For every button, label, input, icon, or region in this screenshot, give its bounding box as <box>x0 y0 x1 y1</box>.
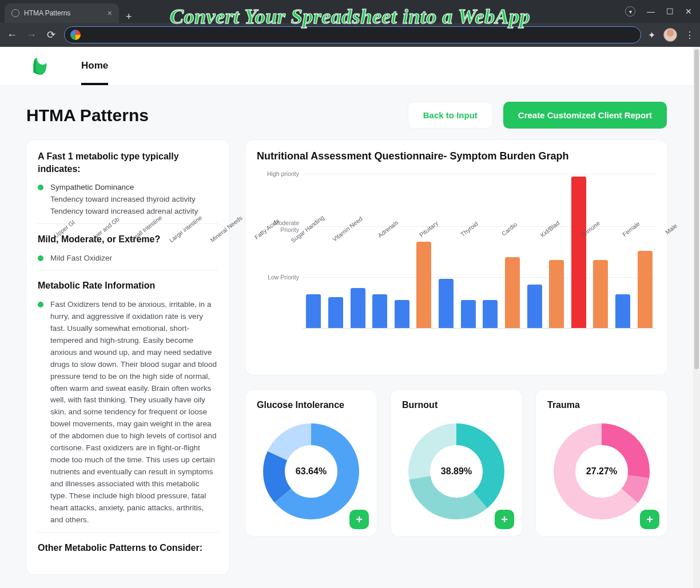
bar-pituitary <box>505 257 520 328</box>
section2-item: Mild Fast Oxidizer <box>50 253 112 265</box>
expand-button[interactable]: + <box>640 510 659 529</box>
donut-center-label: 63.64% <box>257 417 365 526</box>
close-window-icon[interactable]: ✕ <box>685 7 692 16</box>
bar-cardio <box>549 260 564 328</box>
bar-adrenals <box>483 300 498 328</box>
google-icon <box>70 30 81 40</box>
profile-avatar[interactable] <box>663 28 677 42</box>
extensions-icon[interactable]: ✦ <box>648 30 655 41</box>
close-tab-icon[interactable]: × <box>108 9 112 18</box>
back-icon[interactable]: ← <box>6 29 18 41</box>
new-tab-button[interactable]: + <box>119 11 139 23</box>
section3-body: Fast Oxidizers tend to be anxious, irrit… <box>50 299 218 526</box>
section1-heading: A Fast 1 metabolic type typically indica… <box>38 150 218 175</box>
x-axis-label: Male <box>653 214 689 244</box>
chevron-down-icon[interactable]: ▾ <box>625 6 635 17</box>
y-axis-label: High priority <box>257 170 299 177</box>
address-bar[interactable] <box>64 26 641 43</box>
donut-card-0: Glucose Intolerance63.64%+ <box>245 390 377 536</box>
bar-thyroid <box>527 285 542 328</box>
metabolic-info-card: A Fast 1 metabolic type typically indica… <box>26 140 229 574</box>
forward-icon[interactable]: → <box>25 29 38 41</box>
minimize-icon[interactable]: — <box>647 7 655 16</box>
donut-center-label: 38.89% <box>402 417 511 526</box>
reload-icon[interactable]: ⟳ <box>45 29 57 41</box>
section3-heading: Metabolic Rate Information <box>38 279 218 292</box>
vertical-scrollbar[interactable] <box>693 47 700 588</box>
app-logo[interactable] <box>29 54 53 78</box>
bar-vitamin-need <box>461 300 476 328</box>
bar-chart: Low PriorityModerate PriorityHigh priori… <box>257 168 656 328</box>
bullet-dot-icon <box>38 185 43 190</box>
app-header: Home <box>0 47 693 86</box>
expand-button[interactable]: + <box>349 510 369 529</box>
browser-tab[interactable]: HTMA Patterns × <box>5 3 119 23</box>
nav-home[interactable]: Home <box>81 47 108 85</box>
create-report-button[interactable]: Create Customized Client Report <box>503 102 667 129</box>
tab-title: HTMA Patterns <box>24 9 70 17</box>
bar-sugar-handing <box>439 279 454 328</box>
donut-title: Glucose Intolerance <box>257 400 365 410</box>
bar-mineral-needs <box>395 300 409 328</box>
bar-female <box>615 294 630 328</box>
page-title: HTMA Patterns <box>26 106 149 125</box>
browser-chrome: HTMA Patterns × + ▾ — ☐ ✕ Convert Your S… <box>0 0 700 47</box>
bar-small-intestine <box>351 288 365 328</box>
bar-male <box>638 251 653 328</box>
chart-title: Nutritional Assessment Questionnaire- Sy… <box>257 150 656 162</box>
kebab-menu-icon[interactable]: ⋮ <box>685 30 694 41</box>
section1-lines: Sympathetic Dominance Tendency toward in… <box>50 182 198 218</box>
y-axis-label: Low Priority <box>257 274 299 281</box>
globe-icon <box>11 9 19 17</box>
maximize-icon[interactable]: ☐ <box>666 7 674 16</box>
donut-center-label: 27.27% <box>547 417 656 526</box>
bar-large-intestine <box>372 294 387 328</box>
bar-kid-blad <box>571 177 586 328</box>
back-to-input-button[interactable]: Back to Input <box>408 102 493 129</box>
donut-title: Trauma <box>547 400 656 410</box>
donut-card-1: Burnout38.89%+ <box>391 390 522 536</box>
expand-button[interactable]: + <box>495 510 514 529</box>
bar-upper-gi <box>306 294 321 328</box>
bar-liver-and-gb <box>328 297 343 328</box>
donut-title: Burnout <box>402 400 511 410</box>
bar-immune <box>593 260 608 328</box>
symptom-burden-chart-card: Nutritional Assessment Questionnaire- Sy… <box>245 140 667 375</box>
section4-heading: Other Metabolic Patterns to Consider: <box>38 542 218 554</box>
bullet-dot-icon <box>38 302 43 307</box>
bullet-dot-icon <box>38 255 43 261</box>
donut-card-2: Trauma27.27%+ <box>536 390 667 536</box>
bar-fatty-acids <box>416 242 431 328</box>
